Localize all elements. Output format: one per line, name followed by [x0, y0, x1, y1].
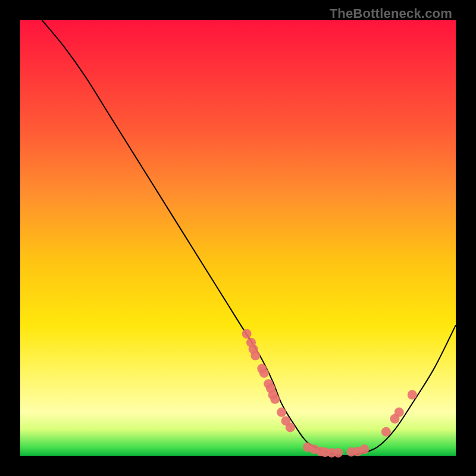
marker-mid-1 [277, 408, 286, 417]
watermark-label: TheBottleneck.com [330, 6, 452, 21]
marker-left-cluster-top [242, 329, 252, 339]
chart-frame: TheBottleneck.com [0, 0, 476, 476]
marker-left-cluster-9 [270, 394, 280, 404]
marker-right-rise-4 [408, 390, 417, 400]
bottleneck-curve [42, 20, 456, 456]
marker-right-rise-1 [381, 427, 391, 437]
marker-left-cluster-3 [250, 351, 260, 361]
marker-valley-center-4 [333, 448, 343, 458]
chart-svg [20, 20, 456, 456]
marker-right-rise-3 [394, 408, 404, 417]
marker-mid-3 [286, 422, 295, 432]
plot-area [20, 20, 456, 456]
marker-left-cluster-5 [259, 368, 269, 378]
marker-valley-right-3 [359, 444, 369, 454]
data-markers [242, 329, 417, 458]
